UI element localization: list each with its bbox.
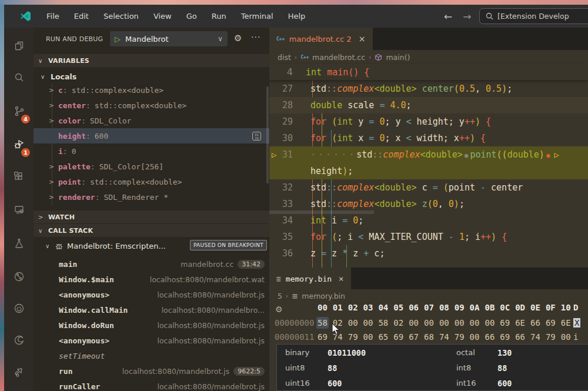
code-line-36[interactable]: 36 z = z * z + c;	[269, 245, 588, 262]
debug-config-dropdown[interactable]: ▷ Mandelbrot ∨	[110, 31, 228, 46]
stack-frame-row[interactable]: Window.$mainlocalhost:8080/mandelbrot.wa…	[34, 272, 269, 287]
locals-scope-row[interactable]: ∨ Locals	[34, 69, 269, 83]
activity-item-live-share[interactable]	[4, 357, 34, 386]
hex-byte[interactable]: 67	[409, 332, 419, 342]
breadcrumb-symbol[interactable]: main()	[386, 53, 410, 62]
activity-item-testing[interactable]	[4, 229, 34, 257]
view-binary-icon[interactable]: 0110	[252, 132, 261, 141]
gutter[interactable]: 33	[269, 196, 306, 212]
hex-byte[interactable]: 6E	[561, 318, 571, 327]
hex-byte[interactable]: 65	[378, 332, 388, 342]
code-area[interactable]: 27 std::complex<double> center(0.5, 0.5)…	[269, 81, 588, 268]
tab-memory-bin[interactable]: ≡ memory.bin ×	[269, 268, 351, 290]
menu-view[interactable]: View	[153, 12, 172, 21]
code-line-32[interactable]: 32 std::complex<double> c = (point - cen…	[269, 179, 588, 196]
hex-byte[interactable]: 74	[530, 332, 540, 342]
code-line-35[interactable]: 35 for (; i < MAX_ITER_COUNT - 1; i++) {	[269, 229, 588, 245]
hex-byte[interactable]: 00	[470, 318, 480, 327]
stack-frame-row[interactable]: Window.doRunlocalhost:8080/mandelbrot.js	[34, 318, 269, 333]
hex-byte[interactable]: 00	[424, 318, 434, 327]
gutter[interactable]: 29	[269, 113, 306, 130]
menu-help[interactable]: Help	[288, 12, 306, 21]
hex-byte[interactable]: 00	[455, 318, 465, 327]
hex-byte[interactable]: 79	[546, 332, 556, 342]
stack-frame-row[interactable]: setTimeout	[34, 348, 269, 363]
variable-row-height[interactable]: height:6000110	[34, 128, 269, 143]
code-line-29[interactable]: 29 for (int y = 0; y < height; y++) {	[269, 113, 588, 130]
gutter[interactable]: 34	[269, 212, 306, 229]
menu-file[interactable]: File	[46, 12, 59, 21]
gutter[interactable]: 36	[269, 245, 306, 262]
watch-section-header[interactable]: > WATCH	[34, 210, 269, 223]
hex-byte[interactable]: 66	[515, 332, 525, 342]
gutter[interactable]: 28	[269, 97, 306, 113]
stack-frame-row[interactable]: <anonymous>localhost:8080/mandelbrot.js	[34, 333, 269, 348]
hex-byte[interactable]: 6E	[515, 318, 525, 327]
code-line-28[interactable]: 28 double scale = 4.0;	[269, 97, 588, 113]
tab-mandelbrot-cc[interactable]: C++ mandelbrot.cc 2 ×	[269, 28, 373, 50]
hex-byte[interactable]: 66	[485, 332, 495, 342]
hex-byte[interactable]: 79	[455, 332, 465, 342]
start-debug-icon[interactable]: ▷	[115, 35, 121, 44]
sticky-scroll-line[interactable]: 4 int main() {	[269, 64, 588, 80]
breadcrumb-file[interactable]: memory.bin	[302, 292, 345, 300]
call-stack-section-header[interactable]: ∨ CALL STACK	[34, 224, 269, 237]
sidebar-scrollbar[interactable]	[266, 86, 269, 183]
decoded-char[interactable]: X	[573, 318, 580, 327]
code-line-27[interactable]: 27 std::complex<double> center(0.5, 0.5)…	[269, 81, 588, 97]
hex-byte[interactable]: 58	[378, 318, 388, 327]
gutter[interactable]: 27	[269, 81, 306, 97]
activity-item-github[interactable]	[4, 294, 34, 322]
menu-edit[interactable]: Edit	[74, 12, 89, 21]
hex-byte[interactable]: 68	[424, 332, 434, 342]
activity-item-remote-explorer[interactable]	[4, 195, 34, 223]
hex-byte[interactable]: 00	[561, 332, 571, 342]
menu-go[interactable]: Go	[186, 12, 197, 21]
hex-byte[interactable]: 58	[318, 318, 328, 327]
hex-byte[interactable]: 00	[470, 332, 480, 342]
hex-byte[interactable]: 00	[363, 332, 373, 342]
more-actions-icon[interactable]: ···	[251, 32, 260, 42]
close-icon[interactable]: ×	[339, 274, 343, 283]
hex-byte[interactable]: 00	[348, 318, 358, 327]
decoded-char[interactable]: i	[573, 332, 578, 342]
variable-row-center[interactable]: >center:std::complex<double>	[34, 98, 269, 113]
activity-item-run-and-debug[interactable]: 1	[4, 130, 34, 158]
stack-frame-row[interactable]: runlocalhost:8080/mandelbrot.js9622:5	[34, 363, 269, 379]
forward-icon[interactable]: →	[463, 11, 471, 22]
hex-byte[interactable]: 69	[546, 318, 556, 327]
hex-byte[interactable]: 00	[409, 318, 419, 327]
menu-run[interactable]: Run	[212, 12, 226, 21]
code-line-33[interactable]: 33 std::complex<double> z(0, 0);	[269, 196, 588, 212]
hex-byte[interactable]: 00	[439, 318, 449, 327]
command-center-search[interactable]: [Extension Develop	[479, 8, 588, 24]
variable-row-color[interactable]: >color:SDL_Color	[34, 113, 269, 128]
hex-byte[interactable]: 66	[530, 318, 540, 327]
hex-byte[interactable]: 74	[439, 332, 449, 342]
code-line-wrap[interactable]: height);	[269, 163, 588, 179]
hex-byte[interactable]: 02	[393, 318, 403, 327]
variable-row-i[interactable]: i:0	[34, 143, 269, 159]
menu-selection[interactable]: Selection	[103, 12, 139, 21]
activity-item-explorer[interactable]	[4, 31, 34, 59]
hex-byte[interactable]: 79	[348, 332, 358, 342]
gutter[interactable]: 35	[269, 229, 306, 245]
activity-item-code-tour[interactable]	[4, 262, 34, 290]
back-icon[interactable]: ←	[444, 11, 452, 22]
stack-frame-row[interactable]: <anonymous>localhost:8080/mandelbrot.js	[34, 287, 269, 302]
variable-row-palette[interactable]: >palette:SDL_Color[256]	[34, 159, 269, 174]
activity-item-source-control[interactable]: 4	[4, 96, 34, 125]
current-line-arrow-icon[interactable]: ▷	[272, 146, 276, 163]
stack-frame-row[interactable]: runCallerlocalhost:8080/mandelbrot.js	[34, 379, 269, 391]
variable-row-c[interactable]: >c:std::complex<double>	[34, 82, 269, 98]
activity-item-edge-devtools[interactable]	[4, 326, 34, 354]
hex-byte[interactable]: 00	[485, 318, 495, 327]
hex-byte[interactable]: 00	[363, 318, 373, 327]
code-line-34[interactable]: 34 int i = 0;	[269, 212, 588, 229]
debug-settings-gear-icon[interactable]: ⚙	[234, 34, 242, 43]
editor-horizontal-scrollbar[interactable]	[269, 210, 374, 214]
gutter[interactable]: 32	[269, 179, 306, 196]
hex-byte[interactable]: 69	[500, 332, 510, 342]
variables-section-header[interactable]: ∨ VARIABLES	[34, 54, 269, 67]
stack-frame-row[interactable]: Window.callMainlocalhost:8080/mandelbro.…	[34, 302, 269, 318]
